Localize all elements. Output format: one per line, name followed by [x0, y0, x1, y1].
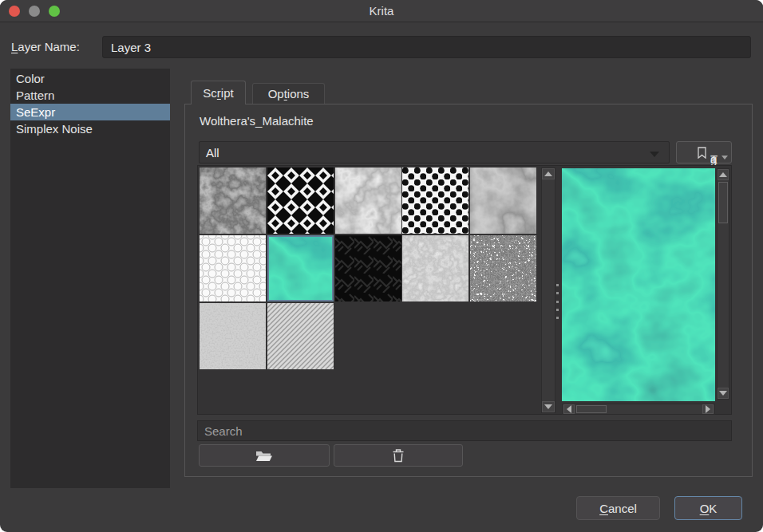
pattern-thumbnail-bw-triangles[interactable]	[267, 167, 334, 234]
layer-name-input[interactable]	[102, 36, 751, 58]
window-title: Krita	[0, 4, 763, 18]
scroll-up-button[interactable]	[718, 169, 729, 180]
pattern-thumbnail-malachite[interactable]	[267, 235, 334, 301]
pattern-image	[402, 235, 468, 301]
list-item-color[interactable]: Color	[10, 70, 170, 87]
pattern-image	[470, 167, 536, 234]
pattern-thumbnail-speckled-noise[interactable]	[470, 235, 536, 301]
pattern-image	[335, 235, 401, 301]
titlebar[interactable]: Krita	[0, 0, 763, 22]
scrollbar-thumb[interactable]	[718, 182, 728, 223]
krita-dialog-window: Krita Layer Name: Color Pattern SeExpr S…	[0, 0, 763, 532]
folder-icon	[255, 449, 273, 463]
tab-options[interactable]: Options	[252, 83, 325, 104]
arrow-down-icon	[719, 391, 727, 396]
script-tab-panel: Wolthera's_Malachite All Tag	[184, 104, 753, 477]
pattern-thumbnail-dark-maze[interactable]	[335, 235, 401, 301]
scrollbar-thumb[interactable]	[576, 405, 607, 413]
search-input[interactable]	[197, 420, 732, 441]
arrow-left-icon	[567, 405, 571, 413]
pattern-image	[267, 303, 334, 369]
scroll-down-button[interactable]	[718, 388, 729, 399]
arrow-up-icon	[719, 172, 727, 177]
cancel-button[interactable]: Cancel	[576, 496, 660, 520]
arrow-down-icon	[544, 404, 552, 409]
pattern-thumbnail-diagonal-weave[interactable]	[267, 303, 334, 369]
tab-script[interactable]: Script	[191, 81, 246, 104]
pattern-image	[200, 167, 266, 234]
pattern-thumbnail-dark-smoke[interactable]	[470, 167, 536, 234]
list-item-simplex-noise[interactable]: Simplex Noise	[10, 120, 170, 137]
tag-filter-combobox[interactable]: All	[199, 141, 670, 164]
bookmark-icon	[698, 147, 706, 159]
pattern-chooser	[197, 165, 732, 415]
scroll-up-button[interactable]	[542, 168, 555, 179]
selected-pattern-name: Wolthera's_Malachite	[200, 114, 314, 128]
scroll-left-button[interactable]	[563, 404, 575, 414]
tag-button[interactable]: Tag	[676, 141, 732, 164]
pattern-thumbnail-fine-gray-noise[interactable]	[200, 303, 266, 369]
pattern-image	[200, 303, 266, 369]
pattern-thumbnail-gray-concrete[interactable]	[402, 235, 468, 301]
pattern-image	[402, 167, 468, 234]
tag-filter-value: All	[206, 146, 219, 160]
pattern-image	[335, 167, 401, 234]
trash-icon	[392, 448, 405, 463]
tag-menu-arrow-icon	[721, 156, 728, 160]
import-resource-button[interactable]	[199, 444, 330, 467]
arrow-up-icon	[544, 171, 552, 176]
preview-horizontal-scrollbar[interactable]	[562, 404, 715, 415]
pattern-thumbnail-dark-marble[interactable]	[200, 167, 266, 234]
arrow-right-icon	[706, 405, 710, 413]
pattern-image	[267, 235, 334, 301]
pattern-preview	[562, 168, 715, 401]
generator-list: Color Pattern SeExpr Simplex Noise	[10, 69, 170, 488]
preview-vertical-scrollbar[interactable]	[717, 168, 729, 400]
list-item-seexpr[interactable]: SeExpr	[10, 104, 170, 120]
pattern-image	[267, 167, 334, 234]
pattern-thumbnail-truchet-loops[interactable]	[200, 235, 266, 301]
scroll-right-button[interactable]	[702, 404, 714, 414]
splitter-handle[interactable]	[554, 282, 560, 321]
layer-name-label: Layer Name:	[11, 40, 80, 53]
chevron-down-icon	[650, 152, 659, 157]
ok-button[interactable]: OK	[674, 496, 742, 520]
pattern-thumbnail-halftone-dots[interactable]	[402, 167, 468, 234]
delete-resource-button[interactable]	[334, 444, 463, 467]
malachite-preview-image	[562, 168, 715, 401]
scroll-down-button[interactable]	[542, 401, 555, 412]
pattern-image	[200, 235, 266, 301]
list-item-pattern[interactable]: Pattern	[10, 87, 170, 104]
pattern-thumbnail-gray-clouds[interactable]	[335, 167, 401, 234]
pattern-image	[470, 235, 536, 301]
